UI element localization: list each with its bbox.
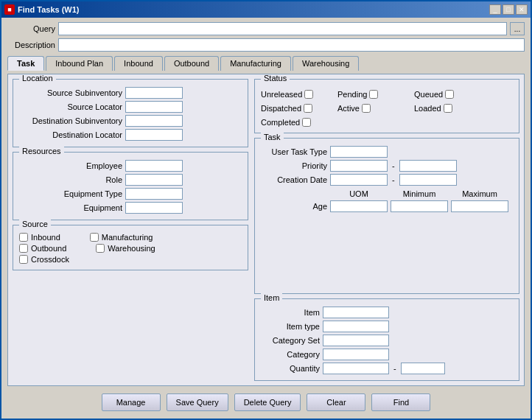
tab-task[interactable]: Task [7, 56, 44, 71]
outbound-checkbox[interactable] [19, 244, 28, 253]
item-type-input[interactable] [323, 321, 389, 332]
quantity-row: Quantity - [261, 363, 513, 374]
save-query-button[interactable]: Save Query [167, 393, 228, 411]
tab-inbound-plan[interactable]: Inbound Plan [46, 56, 113, 71]
crossdock-label: Crossdock [31, 255, 69, 264]
query-input[interactable] [58, 22, 507, 35]
status-row-3: Completed [261, 118, 513, 127]
category-set-label: Category Set [261, 336, 320, 345]
item-row: Item [261, 307, 513, 318]
query-row: Query ... [7, 22, 525, 35]
manufacturing-checkbox[interactable] [90, 233, 99, 242]
creation-date-to-input[interactable] [399, 174, 457, 186]
employee-label: Employee [19, 161, 122, 170]
query-browse-button[interactable]: ... [510, 22, 525, 35]
category-input[interactable] [323, 349, 389, 360]
equipment-type-row: Equipment Type [19, 188, 242, 200]
resources-group: Resources Employee Role Equipment Type [13, 152, 248, 220]
status-row-1: Unreleased Pending Queued [261, 90, 513, 99]
manage-button[interactable]: Manage [102, 393, 161, 411]
tab-outbound[interactable]: Outbound [164, 56, 219, 71]
pending-item: Pending [337, 90, 411, 99]
source-subinventory-input[interactable] [125, 87, 183, 99]
dispatched-item: Dispatched [261, 104, 335, 113]
close-button[interactable]: ✕ [516, 4, 528, 15]
employee-input[interactable] [125, 160, 183, 172]
tab-manufacturing[interactable]: Manufacturing [220, 56, 291, 71]
maximize-button[interactable]: □ [503, 4, 514, 15]
status-title: Status [261, 74, 290, 83]
priority-row: Priority - [261, 160, 513, 172]
inbound-checkbox[interactable] [19, 233, 28, 242]
destination-subinventory-input[interactable] [125, 115, 183, 127]
description-input[interactable] [58, 38, 525, 52]
role-input[interactable] [125, 174, 183, 186]
item-label: Item [261, 308, 320, 317]
destination-subinventory-row: Destination Subinventory [19, 115, 242, 127]
destination-locator-row: Destination Locator [19, 129, 242, 141]
delete-query-button[interactable]: Delete Query [234, 393, 301, 411]
unreleased-label: Unreleased [261, 90, 302, 99]
source-subinventory-label: Source Subinventory [19, 88, 122, 97]
destination-locator-label: Destination Locator [19, 130, 122, 139]
dispatched-label: Dispatched [261, 104, 301, 113]
minimum-header: Minimum [391, 189, 448, 198]
loaded-item: Loaded [414, 104, 488, 113]
category-set-input[interactable] [323, 335, 389, 346]
tab-warehousing[interactable]: Warehousing [293, 56, 359, 71]
equipment-type-input[interactable] [125, 188, 183, 200]
item-title: Item [261, 293, 282, 302]
destination-locator-input[interactable] [125, 129, 183, 141]
item-group: Item Item Item type Category Set [254, 298, 519, 381]
source-locator-label: Source Locator [19, 102, 122, 111]
description-row: Description [7, 38, 525, 52]
age-maximum-input[interactable] [451, 200, 508, 212]
manufacturing-label: Manufacturing [102, 233, 153, 242]
minimize-button[interactable]: _ [489, 4, 501, 15]
loaded-checkbox[interactable] [444, 104, 452, 113]
destination-subinventory-label: Destination Subinventory [19, 116, 122, 125]
category-row: Category [261, 349, 513, 360]
loaded-label: Loaded [414, 104, 441, 113]
warehousing-checkbox[interactable] [96, 244, 105, 253]
user-task-type-label: User Task Type [261, 147, 327, 156]
queued-checkbox[interactable] [445, 90, 454, 99]
item-type-label: Item type [261, 322, 320, 331]
equipment-input[interactable] [125, 202, 183, 214]
quantity-to-input[interactable] [401, 363, 445, 374]
pending-checkbox[interactable] [369, 90, 378, 99]
tab-inbound[interactable]: Inbound [114, 56, 163, 71]
age-minimum-input[interactable] [391, 200, 448, 212]
priority-to-input[interactable] [399, 160, 457, 172]
age-uom-input[interactable] [330, 200, 388, 212]
completed-checkbox[interactable] [302, 118, 311, 127]
inbound-label: Inbound [31, 233, 60, 242]
item-input[interactable] [323, 307, 389, 318]
source-group: Source Inbound Manufacturing [13, 225, 248, 270]
user-task-type-input[interactable] [330, 146, 388, 158]
crossdock-checkbox[interactable] [19, 255, 28, 264]
user-task-type-row: User Task Type [261, 146, 513, 158]
unreleased-checkbox[interactable] [304, 90, 313, 99]
window-body: Query ... Description Task Inbound Plan … [1, 18, 531, 419]
dispatched-checkbox[interactable] [304, 104, 312, 113]
creation-date-from-input[interactable] [330, 174, 388, 186]
uom-header: UOM [330, 189, 388, 198]
equipment-type-label: Equipment Type [19, 189, 122, 198]
crossdock-source-item: Crossdock [19, 255, 69, 264]
find-button[interactable]: Find [371, 393, 430, 411]
source-subinventory-row: Source Subinventory [19, 87, 242, 99]
age-row: Age [261, 200, 513, 212]
clear-button[interactable]: Clear [307, 393, 365, 411]
active-checkbox[interactable] [362, 104, 371, 113]
quantity-label: Quantity [261, 364, 320, 373]
creation-date-row: Creation Date - [261, 174, 513, 186]
source-locator-input[interactable] [125, 101, 183, 113]
left-panel: Location Source Subinventory Source Loca… [13, 79, 248, 381]
active-label: Active [337, 104, 360, 113]
quantity-from-input[interactable] [323, 363, 389, 374]
active-item: Active [337, 104, 411, 113]
equipment-label: Equipment [19, 203, 122, 212]
priority-from-input[interactable] [330, 160, 388, 172]
task-title: Task [261, 133, 284, 141]
